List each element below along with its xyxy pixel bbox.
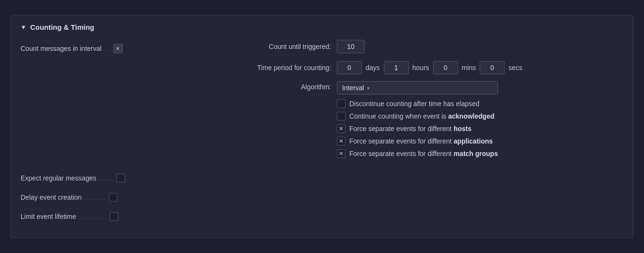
count-until-input[interactable] <box>337 40 365 53</box>
delay-event-checkbox[interactable] <box>109 193 117 202</box>
expect-messages-label: Expect regular messages ....... <box>21 174 114 182</box>
force-applications-row: ✕ Force separate events for different ap… <box>337 137 498 145</box>
force-hosts-checkbox[interactable]: ✕ <box>337 124 345 133</box>
algorithm-value: Interval <box>342 84 364 92</box>
panel-header: ▼ Counting & Timing <box>21 23 623 31</box>
force-hosts-label: Force separate events for different host… <box>349 125 472 133</box>
discontinue-checkbox[interactable] <box>337 99 345 108</box>
force-hosts-row: ✕ Force separate events for different ho… <box>337 124 498 133</box>
delay-event-row: Delay event creation .......... <box>21 190 222 205</box>
counting-timing-panel: ▼ Counting & Timing Count messages in in… <box>11 15 633 238</box>
continue-row: Continue counting when event is acknowle… <box>337 112 498 120</box>
count-messages-label: Count messages in interval ... <box>21 45 110 52</box>
left-column: Count messages in interval ... ✕ Expect … <box>21 39 222 228</box>
collapse-icon[interactable]: ▼ <box>21 24 26 31</box>
dropdown-arrow-icon: ▾ <box>367 85 369 91</box>
panel-title: Counting & Timing <box>30 23 94 31</box>
count-until-label: Count until triggered: <box>222 43 337 50</box>
algorithm-row: Algorithm: Interval ▾ Discontinue counti… <box>222 81 623 158</box>
discontinue-label: Discontinue counting after time has elap… <box>349 100 480 108</box>
force-applications-label: Force separate events for different appl… <box>349 137 493 145</box>
delay-event-label: Delay event creation .......... <box>21 193 106 201</box>
force-match-groups-row: ✕ Force separate events for different ma… <box>337 149 498 158</box>
hours-input[interactable] <box>384 61 409 74</box>
limit-event-label: Limit event lifetime ............. <box>21 213 107 220</box>
time-period-label: Time period for counting: <box>222 64 337 72</box>
algorithm-dropdown[interactable]: Interval ▾ <box>337 81 498 95</box>
count-until-row: Count until triggered: <box>222 39 623 54</box>
limit-event-checkbox[interactable] <box>110 212 118 221</box>
force-match-groups-label: Force separate events for different matc… <box>349 150 498 157</box>
mins-input[interactable] <box>433 61 458 74</box>
algorithm-label: Algorithm: <box>222 81 337 91</box>
time-period-row: Time period for counting: days hours min… <box>222 60 623 75</box>
expect-messages-row: Expect regular messages ....... <box>21 170 222 186</box>
limit-event-row: Limit event lifetime ............. <box>21 209 222 224</box>
discontinue-row: Discontinue counting after time has elap… <box>337 99 498 108</box>
panel-body: Count messages in interval ... ✕ Expect … <box>21 39 623 228</box>
secs-unit-label: secs <box>508 64 522 72</box>
hours-unit-label: hours <box>413 64 429 72</box>
days-unit-label: days <box>366 64 380 72</box>
continue-label: Continue counting when event is acknowle… <box>349 112 494 120</box>
mins-unit-label: mins <box>462 64 476 72</box>
force-applications-checkbox[interactable]: ✕ <box>337 137 345 145</box>
continue-checkbox[interactable] <box>337 112 345 120</box>
expect-messages-checkbox[interactable] <box>116 174 125 182</box>
algorithm-options: Discontinue counting after time has elap… <box>337 99 498 158</box>
time-period-group: days hours mins secs <box>337 61 526 74</box>
count-messages-row: Count messages in interval ... ✕ <box>21 41 222 56</box>
force-match-groups-checkbox[interactable]: ✕ <box>337 149 345 158</box>
right-column: Count until triggered: Time period for c… <box>222 39 623 228</box>
days-input[interactable] <box>337 61 362 74</box>
secs-input[interactable] <box>480 61 505 74</box>
count-messages-close-button[interactable]: ✕ <box>113 44 123 53</box>
